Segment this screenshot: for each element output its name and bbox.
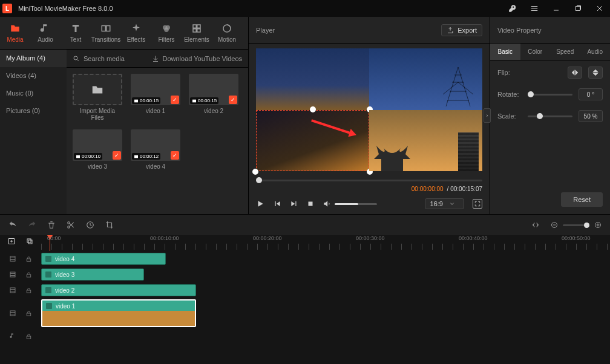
- preview-quadrant-3-selected[interactable]: [256, 110, 369, 172]
- crop-icon[interactable]: [105, 221, 114, 229]
- split-icon[interactable]: [67, 221, 75, 229]
- timeline-track[interactable]: video 2: [0, 282, 610, 298]
- property-tab-speed[interactable]: Speed: [550, 44, 580, 60]
- resize-handle[interactable]: [310, 106, 316, 112]
- maximize-icon[interactable]: [570, 1, 586, 16]
- player-scrubber[interactable]: [256, 176, 482, 184]
- fullscreen-icon[interactable]: [473, 199, 482, 209]
- minimize-icon[interactable]: [548, 1, 564, 16]
- search-media[interactable]: Search media: [73, 55, 147, 62]
- media-thumb[interactable]: 00:00:10✓video 3: [73, 129, 122, 170]
- search-placeholder: Search media: [84, 55, 125, 62]
- play-icon[interactable]: [256, 200, 264, 208]
- chevron-down-icon: [449, 201, 455, 207]
- svg-rect-13: [192, 99, 196, 102]
- timeline-clip[interactable]: video 4: [41, 253, 166, 265]
- svg-rect-1: [102, 26, 105, 31]
- zoom-in-icon[interactable]: [594, 221, 602, 229]
- tab-filters[interactable]: Filters: [151, 17, 182, 49]
- tab-transitions[interactable]: Transitions: [91, 17, 121, 49]
- speed-icon[interactable]: [86, 221, 94, 229]
- timeline-zoom[interactable]: [551, 221, 602, 229]
- ruler-label: 00:00:50:00: [562, 235, 591, 241]
- timeline-clip[interactable]: video 2: [41, 284, 196, 296]
- timeline-track[interactable]: video 3: [0, 267, 610, 282]
- tab-audio[interactable]: Audio: [30, 17, 61, 49]
- film-icon: [45, 287, 51, 293]
- timeline-ruler[interactable]: 00:0000:00:10:0000:00:20:0000:00:30:0000…: [41, 235, 610, 251]
- download-icon: [152, 55, 159, 62]
- lock-icon[interactable]: [25, 287, 32, 294]
- svg-rect-7: [197, 25, 200, 28]
- album-nav-item[interactable]: Music (0): [0, 85, 67, 102]
- media-thumb[interactable]: 00:00:15✓video 1: [131, 74, 180, 121]
- resize-handle[interactable]: [252, 169, 258, 175]
- rotate-slider[interactable]: [528, 94, 572, 96]
- property-tab-basic[interactable]: Basic: [490, 44, 520, 60]
- timeline-toolbar: [0, 215, 610, 235]
- lock-icon[interactable]: [25, 256, 32, 262]
- lock-icon[interactable]: [25, 310, 32, 317]
- svg-rect-24: [28, 240, 32, 244]
- tab-media[interactable]: Media: [0, 17, 30, 49]
- tab-text[interactable]: Text: [61, 17, 91, 49]
- svg-rect-29: [10, 288, 15, 293]
- scale-slider[interactable]: [528, 115, 572, 117]
- property-tab-color[interactable]: Color: [520, 44, 551, 60]
- preview-quadrant-2: [369, 48, 482, 110]
- media-thumb[interactable]: 00:00:15✓video 2: [189, 74, 238, 121]
- tab-effects[interactable]: Effects: [121, 17, 151, 49]
- album-nav-item[interactable]: My Album (4): [0, 50, 67, 67]
- prev-frame-icon[interactable]: [273, 200, 281, 208]
- license-key-icon[interactable]: [505, 1, 520, 16]
- undo-icon[interactable]: [8, 221, 17, 229]
- fit-timeline-icon[interactable]: [531, 221, 540, 229]
- reset-button[interactable]: Reset: [561, 192, 603, 207]
- flip-label: Flip:: [497, 69, 522, 76]
- volume-icon: [323, 200, 331, 208]
- zoom-out-icon[interactable]: [551, 221, 558, 229]
- scale-value[interactable]: 50 %: [579, 110, 603, 122]
- rotate-value[interactable]: 0 °: [579, 88, 603, 100]
- lock-icon[interactable]: [25, 271, 32, 278]
- menu-icon[interactable]: [526, 1, 542, 16]
- next-frame-icon[interactable]: [290, 200, 298, 208]
- timeline-clip[interactable]: video 3: [41, 268, 144, 281]
- flip-vertical-button[interactable]: [588, 67, 603, 79]
- aspect-ratio-select[interactable]: 16:9: [425, 198, 464, 209]
- timeline-clip[interactable]: video 1: [41, 299, 196, 327]
- timeline-tracks: video 4video 3video 2video 1: [0, 251, 610, 364]
- expand-properties-icon[interactable]: ›: [484, 108, 491, 123]
- property-tab-audio[interactable]: Audio: [580, 44, 611, 60]
- close-icon[interactable]: [592, 1, 608, 16]
- tab-motion[interactable]: Motion: [212, 17, 242, 49]
- timeline-track[interactable]: video 1: [0, 298, 610, 328]
- redo-icon[interactable]: [28, 221, 36, 229]
- tool-tabs: MediaAudioTextTransitionsEffectsFiltersE…: [0, 17, 248, 50]
- building-graphic: [458, 132, 479, 171]
- import-media-tile[interactable]: Import Media Files: [73, 74, 122, 121]
- timeline-track-audio[interactable]: [0, 328, 610, 344]
- ruler-label: 00:00: [47, 235, 61, 241]
- export-button[interactable]: Export: [441, 24, 482, 36]
- track-gutter: [0, 271, 41, 278]
- player-viewport[interactable]: [256, 48, 482, 171]
- media-thumb[interactable]: 00:00:12✓video 4: [131, 129, 180, 170]
- svg-point-17: [68, 222, 70, 224]
- title-bar[interactable]: L MiniTool MovieMaker Free 8.0.0: [0, 0, 610, 17]
- svg-rect-28: [27, 275, 30, 277]
- volume-control[interactable]: [323, 200, 377, 208]
- album-nav-item[interactable]: Videos (4): [0, 67, 67, 85]
- track-stack-icon[interactable]: [26, 238, 33, 245]
- download-youtube-link[interactable]: Download YouTube Videos: [152, 55, 243, 62]
- flip-horizontal-button[interactable]: [568, 67, 582, 79]
- timeline-track[interactable]: video 4: [0, 251, 610, 267]
- delete-icon[interactable]: [47, 221, 56, 229]
- album-nav-item[interactable]: Pictures (0): [0, 102, 67, 120]
- tab-elements[interactable]: Elements: [182, 17, 212, 49]
- add-track-icon[interactable]: [8, 238, 15, 245]
- film-icon: [46, 303, 52, 309]
- stop-icon[interactable]: [307, 200, 314, 207]
- rotate-label: Rotate:: [497, 91, 522, 98]
- lock-icon[interactable]: [25, 333, 32, 340]
